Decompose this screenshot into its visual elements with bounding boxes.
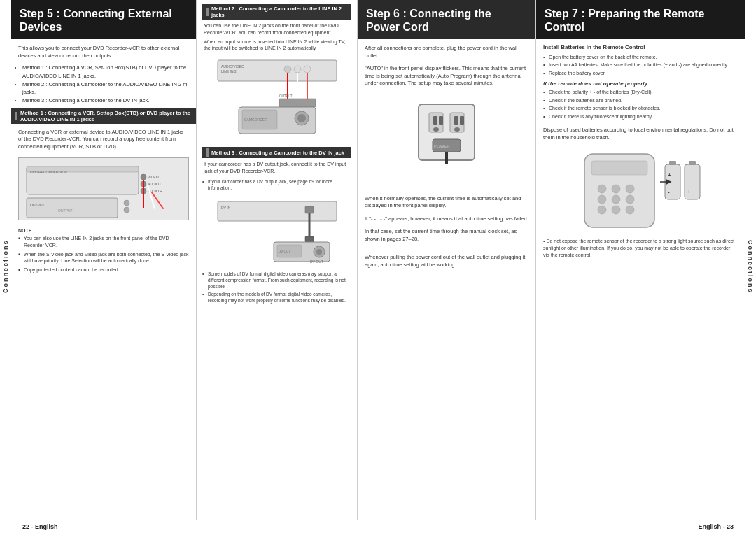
page-footer: 22 - English English - 23 [11,520,745,533]
method3-title-bar: Method 3 : Connecting a Camcorder to the… [202,147,351,158]
step6-body2: "AUTO" in the front panel display flicke… [358,62,536,90]
step7-install-section: Install Batteries in the Remote Control … [536,39,745,125]
svg-point-51 [433,127,439,132]
svg-point-61 [598,195,606,204]
svg-rect-35 [305,206,314,213]
svg-text:OUTPUT: OUTPUT [30,203,45,207]
sidebar-right-label: Connections [745,0,756,533]
step7-title: Step 7 : Preparing the Remote Control [545,7,736,34]
note-label: NOTE [18,227,189,234]
svg-point-65 [612,206,620,214]
page-num-right: English - 23 [698,523,734,530]
method3-body1: If your camcorder has a DV output jack, … [202,161,351,175]
remote-bullet-1: Check the polarity + - of the batteries … [543,89,738,97]
method3-note2: Depending on the models of DV format dig… [202,291,351,304]
svg-text:+: + [687,189,691,195]
camcorder-svg-2: AUDIO/VIDEO LINE IN 2 [204,57,351,137]
svg-point-60 [626,185,634,193]
step5-bullet-3: Method 3 : Connecting a Camcorder to the… [22,97,189,104]
svg-rect-47 [433,116,438,125]
step7-dispose: Dispose of used batteries according to l… [536,125,745,145]
svg-point-58 [598,185,606,193]
svg-rect-49 [454,116,458,125]
install-bullet-2: Insert two AA batteries. Make sure that … [543,62,738,69]
svg-point-66 [626,206,634,214]
power-cord-image: POWER [398,96,496,187]
svg-point-3 [141,174,146,180]
note-item-3: Copy protected content cannot be recorde… [18,266,189,273]
svg-point-64 [598,206,606,214]
remote-image: + - - + [578,148,704,232]
method2-body2: When an input source is inserted into LI… [202,38,351,52]
svg-point-59 [612,185,620,193]
svg-rect-26 [279,99,316,107]
svg-rect-57 [592,161,648,175]
svg-text:POWER: POWER [434,144,450,148]
col-step7: Step 7 : Preparing the Remote Control In… [536,0,745,520]
remote-bullet-3: Check if the remote sensor is blocked by… [543,105,738,113]
svg-rect-33 [218,201,337,221]
remote-bullet-2: Check if the batteries are drained. [543,97,738,105]
step6-body1: After all connections are complete, plug… [358,39,536,62]
svg-text:DV OUT: DV OUT [310,260,323,264]
method1-title-bar: Method 1 : Connecting a VCR, Settop Box(… [11,108,196,124]
svg-text:AUDIO L: AUDIO L [148,182,162,186]
method3-title: Method 3 : Connecting a Camcorder to the… [211,150,344,156]
svg-point-30 [298,114,306,122]
svg-rect-48 [439,116,443,125]
step5-notes: NOTE You can also use the LINE IN 2 jack… [18,227,189,276]
svg-rect-50 [460,116,464,125]
svg-point-62 [612,195,620,204]
sidebar-left-label: Connections [0,0,11,533]
svg-text:DVD RECORDER-VCR: DVD RECORDER-VCR [30,170,67,174]
camcorder-image-2: AUDIO/VIDEO LINE IN 2 [202,55,351,138]
columns: Step 5 : Connecting External Devices Thi… [11,0,745,520]
dvd-device-svg: DVD RECORDER-VCR VIDEO AUDIO L AUDIO R [23,159,184,219]
method3-notes: Some models of DV format digital video c… [202,269,351,306]
method2-title-bar: Method 2 : Connecting a Camcorder to the… [202,4,351,20]
remote-bullet-4: Check if there is any fluorescent lighti… [543,113,738,121]
step7-install-header: Install Batteries in the Remote Control [543,43,738,51]
col-methods: Method 2 : Connecting a Camcorder to the… [197,0,358,520]
svg-text:+: + [668,172,671,178]
step6-body6: Whenever pulling the power cord out of t… [358,251,536,271]
svg-point-21 [294,66,301,73]
step7-header: Step 7 : Preparing the Remote Control [536,0,745,39]
svg-text:DV IN: DV IN [221,206,231,210]
svg-point-20 [284,66,291,73]
step5-title: Step 5 : Connecting External Devices [20,7,188,34]
svg-text:VIDEO: VIDEO [148,175,159,179]
method3-bullets: If your camcorder has a DV output jack, … [202,177,351,194]
method2-body1: You can use the LINE IN 2 jacks on the f… [202,22,351,36]
col-step6: Step 6 : Connecting the Power Cord After… [358,0,536,520]
svg-point-40 [316,249,322,255]
main-content: Step 5 : Connecting External Devices Thi… [11,0,745,533]
step7-install-bullets: Open the battery cover on the back of th… [543,54,738,78]
install-bullet-1: Open the battery cover on the back of th… [543,54,738,62]
install-bullet-3: Replace the battery cover. [543,70,738,78]
svg-text:-: - [687,172,690,178]
svg-rect-37 [305,236,314,242]
step7-remote-header: If the remote does not operate properly: [543,80,738,87]
page-container: Connections Step 5 : Connecting External… [0,0,756,533]
svg-text:DV OUT: DV OUT [279,250,290,253]
method2-section: Method 2 : Connecting a Camcorder to the… [202,4,351,141]
camcorder-svg-3: DV IN DV OUT DV OUT [204,198,351,264]
note-item-1: You can also use the LINE IN 2 jacks on … [18,235,189,249]
step6-title: Step 6 : Connecting the Power Cord [366,7,527,34]
svg-text:OUTPUT: OUTPUT [279,94,293,98]
svg-text:OUTPUT: OUTPUT [58,208,73,213]
note-item-2: When the S-Video jack and Video jack are… [18,251,189,265]
svg-point-14 [124,200,130,206]
sidebar-right-text: Connections [747,240,754,294]
step5-bullet-1: Method 1 : Connecting a VCR, Set-Top Box… [22,64,189,80]
step6-body3: When it normally operates, the current t… [358,192,536,213]
dvd-device-image: DVD RECORDER-VCR VIDEO AUDIO L AUDIO R [18,157,189,220]
step6-body5: In that case, set the current time throu… [358,225,536,246]
step5-intro: This allows you to connect your DVD Reco… [11,39,196,62]
svg-text:-: - [668,189,670,195]
method3-bullet1: If your camcorder has a DV output jack, … [202,178,351,191]
remote-svg: + - - + [578,150,704,231]
step7-remote-bullets: Check the polarity + - of the batteries … [543,89,738,120]
svg-rect-12 [27,198,118,218]
